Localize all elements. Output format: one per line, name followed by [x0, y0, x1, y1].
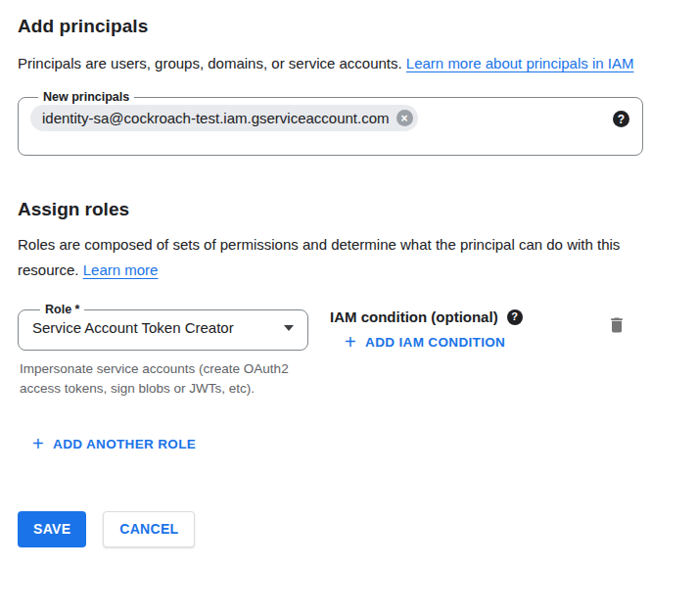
- learn-more-principals-link[interactable]: Learn more about principals in IAM: [406, 55, 634, 71]
- remove-principal-icon[interactable]: ×: [396, 110, 413, 126]
- principal-chip-label: identity-sa@cockroach-test.iam.gservicea…: [42, 110, 390, 126]
- assign-roles-title: Assign roles: [18, 199, 680, 220]
- iam-condition-help-icon[interactable]: ?: [507, 309, 523, 325]
- principal-chip: identity-sa@cockroach-test.iam.gservicea…: [30, 105, 418, 131]
- new-principals-help-icon[interactable]: ?: [613, 111, 629, 127]
- role-column: Role * Service Account Token Creator Imp…: [18, 303, 308, 398]
- dialog-actions: SAVE CANCEL: [18, 511, 680, 547]
- iam-condition-column: IAM condition (optional) ? + ADD IAM CON…: [330, 303, 523, 354]
- principals-description-text: Principals are users, groups, domains, o…: [18, 55, 406, 71]
- iam-condition-label: IAM condition (optional): [330, 308, 498, 325]
- add-iam-condition-label: ADD IAM CONDITION: [365, 335, 505, 350]
- add-another-role-button[interactable]: + ADD ANOTHER ROLE: [32, 437, 196, 451]
- save-button[interactable]: SAVE: [18, 511, 86, 547]
- role-label: Role *: [45, 303, 79, 316]
- add-principals-panel: Add principals Principals are users, gro…: [0, 0, 698, 547]
- role-row: Role * Service Account Token Creator Imp…: [18, 303, 680, 398]
- assign-roles-description: Roles are composed of sets of permission…: [18, 232, 656, 283]
- role-helper-text: Impersonate service accounts (create OAu…: [20, 359, 300, 398]
- role-label-notch: Role *: [40, 303, 84, 316]
- page-title: Add principals: [18, 16, 680, 37]
- dropdown-arrow-icon: [284, 325, 294, 331]
- plus-icon: +: [32, 437, 44, 450]
- delete-role-button[interactable]: [607, 315, 627, 335]
- add-iam-condition-button[interactable]: + ADD IAM CONDITION: [330, 335, 505, 350]
- principals-description: Principals are users, groups, domains, o…: [18, 51, 656, 76]
- plus-icon: +: [345, 335, 356, 349]
- new-principals-label-notch: New principals: [38, 90, 134, 104]
- new-principals-label: New principals: [43, 90, 129, 104]
- role-select[interactable]: Role * Service Account Token Creator: [18, 303, 308, 351]
- new-principals-field[interactable]: New principals identity-sa@cockroach-tes…: [18, 90, 643, 156]
- role-selected-value: Service Account Token Creator: [32, 319, 234, 336]
- role-select-body: Service Account Token Creator: [32, 316, 296, 336]
- learn-more-roles-link[interactable]: Learn more: [83, 261, 159, 278]
- iam-condition-label-row: IAM condition (optional) ?: [330, 308, 523, 325]
- cancel-button[interactable]: CANCEL: [103, 511, 195, 547]
- add-another-role-label: ADD ANOTHER ROLE: [53, 437, 196, 451]
- trash-icon: [607, 323, 627, 338]
